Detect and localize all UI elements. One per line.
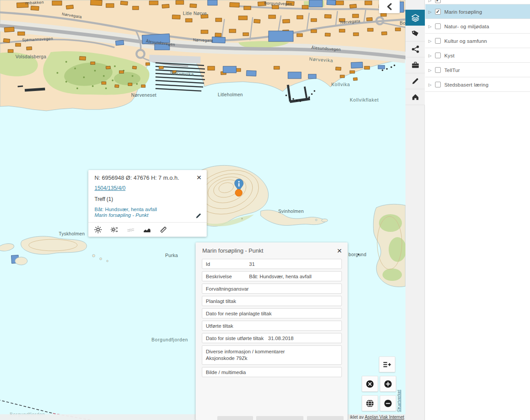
layer-row[interactable]: ▷✓Marin forsøpling [425, 4, 530, 19]
circle-x-icon [365, 379, 375, 389]
layer-row[interactable]: ▷TellTur [425, 63, 530, 77]
layer-checkbox[interactable] [435, 23, 441, 29]
result-link[interactable]: Båt: Hundsvær, henta avfall [95, 206, 201, 212]
layer-label: Kyst [444, 53, 454, 58]
detail-field[interactable]: BeskrivelseBåt: Hundsvær, henta avfall [202, 271, 342, 281]
layer-checkbox[interactable] [435, 82, 441, 87]
toolbox-tool[interactable] [405, 57, 425, 73]
squiggle-icon[interactable] [127, 226, 135, 234]
coordinate-popup: N: 6956948 Ø: 47676 H: 7 m.o.h. × 1504/1… [88, 170, 207, 237]
detail-field[interactable]: Id31 [202, 259, 342, 269]
close-icon[interactable]: × [197, 174, 201, 181]
field-label: Forvaltningsansvar [206, 286, 249, 291]
detail-field[interactable]: Forvaltningsansvar [202, 284, 342, 294]
field-value: Aksjonskode 79Zk [206, 355, 338, 362]
field-value: Båt: Hundsvær, henta avfall [249, 274, 311, 279]
area-chart-icon[interactable] [143, 226, 151, 234]
draw-tool[interactable] [405, 73, 425, 89]
field-label: Beskrivelse [206, 274, 245, 279]
chevron-left-icon [385, 2, 394, 11]
layer-row[interactable]: ▷Kyst [425, 48, 530, 63]
share-tool[interactable] [405, 42, 425, 57]
action-button[interactable] [217, 416, 253, 420]
sun-icon[interactable] [94, 226, 102, 234]
legend-tool[interactable] [405, 26, 425, 42]
map-canvas[interactable]: nnbakkenBorgundvegenNørvegataLitle Nørve… [0, 0, 405, 420]
layer-row[interactable]: ▷✓ [425, 0, 530, 4]
collapse-sidebar-button[interactable] [379, 0, 400, 13]
field-label: Utførte tiltak [206, 323, 233, 329]
layer-checkbox[interactable] [435, 53, 441, 58]
zoom-out-button[interactable] [380, 395, 396, 411]
home-icon [411, 93, 420, 101]
layers-tool[interactable] [405, 10, 425, 26]
detail-field[interactable]: Diverse informasjon / kommentarerAksjons… [202, 345, 342, 365]
expand-arrow-icon[interactable]: ▷ [428, 53, 432, 58]
edit-pencil-icon[interactable] [195, 212, 202, 219]
layer-row[interactable]: ▷Kultur og samfunn [425, 34, 530, 48]
basemap-globe-button[interactable] [362, 395, 378, 411]
add-layer-button[interactable] [379, 356, 395, 372]
layer-checkbox[interactable] [435, 67, 441, 73]
detail-field[interactable]: Dato for neste planlagte tiltak [202, 308, 342, 318]
expand-arrow-icon[interactable]: ▷ [428, 39, 432, 43]
detail-field[interactable]: Dato for siste utførte tiltak31.08.2018 [202, 333, 342, 343]
briefcase-icon [411, 61, 420, 69]
layer-checkbox[interactable] [435, 38, 441, 44]
hits-count: Treff (1) [95, 196, 201, 202]
action-button[interactable] [256, 416, 303, 420]
layer-label: Stedsbasert læring [444, 82, 488, 87]
feature-detail-panel: Marin forsøpling - Punkt × Id31Beskrivel… [196, 242, 348, 420]
field-label: Dato for siste utførte tiltak [206, 336, 264, 341]
expand-arrow-icon[interactable]: ▷ [428, 68, 432, 72]
layer-checkbox[interactable]: ✓ [435, 0, 441, 3]
expand-arrow-icon[interactable]: ▷ [428, 0, 432, 3]
layers-icon [411, 14, 420, 22]
close-icon[interactable]: × [337, 247, 342, 254]
kartverket-attribution[interactable]: ©Kartverket [396, 390, 401, 412]
expand-arrow-icon[interactable]: ▷ [428, 24, 432, 29]
layer-checkbox[interactable]: ✓ [435, 9, 441, 15]
asplan-viak-link[interactable]: Asplan Viak Internet [365, 415, 404, 420]
globe-icon [365, 399, 375, 408]
field-value: 31 [249, 261, 255, 267]
detail-field[interactable]: Planlagt tiltak [202, 296, 342, 306]
layer-label: Natur- og miljødata [444, 24, 489, 29]
field-label: Id [206, 261, 245, 267]
cadastre-link[interactable]: 1504/135/4/0 [95, 185, 125, 191]
pencil-icon [411, 77, 420, 85]
layer-label: TellTur [444, 68, 460, 73]
field-label: Bilde / multimedia [206, 370, 246, 375]
list-plus-icon [382, 360, 392, 369]
share-icon [411, 45, 420, 53]
zoom-in-button[interactable] [380, 376, 396, 392]
toolbar-rail [405, 0, 425, 420]
detail-fields: Id31BeskrivelseBåt: Hundsvær, henta avfa… [196, 258, 348, 377]
field-label: Dato for neste planlagte tiltak [206, 311, 272, 316]
detail-field[interactable]: Utførte tiltak [202, 321, 342, 331]
expand-arrow-icon[interactable]: ▷ [428, 10, 432, 14]
layer-list: ▷✓▷✓Marin forsøpling▷Natur- og miljødata… [425, 0, 530, 92]
panel-actions [217, 416, 344, 420]
field-value: 31.08.2018 [268, 336, 294, 341]
field-label: Diverse informasjon / kommentarer [206, 349, 285, 354]
result-layer-name: Marin forsøpling - Punkt [95, 212, 201, 218]
action-button[interactable] [307, 416, 344, 420]
layer-row[interactable]: ▷Natur- og miljødata [425, 19, 530, 34]
sun-arrows-icon[interactable] [110, 226, 118, 234]
circle-plus-icon [383, 379, 393, 389]
home-tool[interactable] [405, 89, 425, 105]
panel-title: Marin forsøpling - Punkt [202, 247, 263, 254]
reset-view-button[interactable] [362, 376, 378, 392]
ruler-icon[interactable] [159, 226, 167, 234]
layer-sidebar: ▷✓▷✓Marin forsøpling▷Natur- og miljødata… [425, 0, 530, 420]
field-label: Planlagt tiltak [206, 299, 236, 304]
detail-field[interactable]: Bilde / multimedia [202, 367, 342, 377]
map-application: nnbakkenBorgundvegenNørvegataLitle Nørve… [0, 0, 530, 420]
expand-arrow-icon[interactable]: ▷ [428, 83, 432, 87]
layer-row[interactable]: ▷Stedsbasert læring [425, 77, 530, 92]
attribution-prefix: iklet av [350, 415, 364, 420]
circle-minus-icon [383, 399, 393, 408]
marker-point[interactable] [235, 189, 242, 197]
layer-label: Kultur og samfunn [444, 38, 487, 44]
